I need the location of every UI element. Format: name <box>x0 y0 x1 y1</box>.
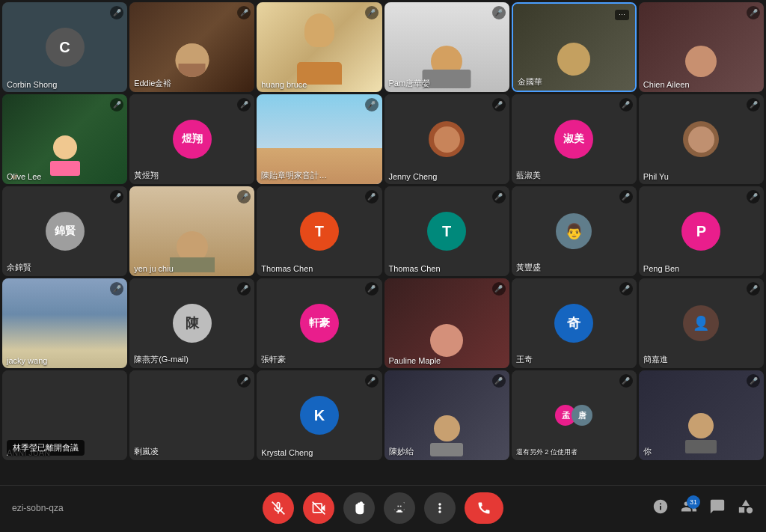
tile-eddie[interactable]: 🎤 Eddie金裕 <box>129 2 254 92</box>
tile-lai-lanling[interactable]: 🎤 剩嵐凌 <box>129 370 254 460</box>
participant-name: yen ju chiu <box>134 264 174 273</box>
present-button[interactable] <box>384 492 415 524</box>
tile-chen-miaoling[interactable]: 🎤 陳妙紿 <box>384 370 509 460</box>
mute-indicator: 🎤 <box>365 98 379 111</box>
participant-name: Olive Lee <box>7 172 41 181</box>
more-options-button[interactable] <box>424 492 456 524</box>
mute-indicator: 🎤 <box>747 190 760 204</box>
raise-hand-button[interactable] <box>343 492 375 524</box>
mute-indicator: 🎤 <box>747 374 760 388</box>
tile-zhang-xuanhao[interactable]: 軒豪 🎤 張軒豪 <box>257 278 382 368</box>
leave-notification: 林季瑩已離開會議 <box>7 440 85 456</box>
mute-indicator: 🎤 <box>492 374 506 388</box>
tile-chen-zhangming[interactable]: 🎤 陳貽章明家音計… <box>257 94 382 184</box>
mute-indicator: 🎤 <box>747 6 760 19</box>
tile-phil-yu[interactable]: 🎤 Phil Yu <box>639 94 764 184</box>
mute-indicator: 🎤 <box>747 98 760 111</box>
mute-indicator: 🎤 <box>365 282 379 296</box>
tile-thomas-chen-1[interactable]: T 🎤 Thomas Chen <box>257 186 382 276</box>
participant-name: 剩嵐凌 <box>134 446 159 457</box>
tile-anni-juan[interactable]: 林季瑩已離開會議 ANNI JUAN <box>2 370 127 460</box>
mute-indicator: 🎤 <box>619 374 633 388</box>
mute-indicator: 🎤 <box>365 374 379 388</box>
participant-name: huang bruce <box>261 80 307 89</box>
tile-wang-qi[interactable]: 奇 🎤 王奇 <box>512 278 637 368</box>
mute-indicator: 🎤 <box>619 282 633 296</box>
tile-pauline-maple[interactable]: 🎤 Pauline Maple <box>384 278 509 368</box>
tile-jian-jiajin[interactable]: 👤 🎤 簡嘉進 <box>639 278 764 368</box>
toolbar: ezi-sobn-qza <box>0 485 766 530</box>
participant-name: 金國華 <box>518 76 542 88</box>
tile-extra-users[interactable]: 孟 唐 🎤 還有另外 2 位使用者 <box>512 370 637 460</box>
participant-name: 黃豐盛 <box>516 262 541 273</box>
tile-jacky-wang[interactable]: 🎤 jacky wang <box>2 278 127 368</box>
participant-name: 張軒豪 <box>261 354 286 365</box>
video-grid: C 🎤 Corbin Shong 🎤 Eddie金裕 🎤 huang <box>0 0 766 485</box>
tile-yu-jingxian[interactable]: 錦賢 🎤 余錦賢 <box>2 186 127 276</box>
participant-name: Thomas Chen <box>261 264 313 273</box>
tile-thomas-chen-2[interactable]: T 🎤 Thomas Chen <box>384 186 509 276</box>
participant-name: Chien Aileen <box>643 80 690 89</box>
participant-name: 王奇 <box>516 354 533 365</box>
tile-peng-ben[interactable]: P 🎤 Peng Ben <box>639 186 764 276</box>
participant-name: 藍淑美 <box>516 170 541 181</box>
mute-indicator: 🎤 <box>365 190 379 204</box>
tile-chen-yanfang[interactable]: 陳 🎤 陳燕芳(G-mail) <box>129 278 254 368</box>
participant-name: 陳妙紿 <box>389 446 414 457</box>
participant-name: Pauline Maple <box>389 356 441 365</box>
people-count-badge: 31 <box>687 495 700 509</box>
toolbar-right-icons: 31 <box>652 498 754 518</box>
mute-indicator: 🎤 <box>492 190 506 204</box>
participant-name: Corbin Shong <box>7 80 57 89</box>
tile-olive-lee[interactable]: 🦋 🎤 Olive Lee <box>2 94 127 184</box>
participant-name: 陳貽章明家音計… <box>261 170 327 181</box>
mute-indicator: 🎤 <box>492 98 506 111</box>
tile-lan-shumei[interactable]: 淑美 🎤 藍淑美 <box>512 94 637 184</box>
tile-huang-yixiang[interactable]: 煜翔 🎤 黃煜翔 <box>129 94 254 184</box>
tile-corbin-shong[interactable]: C 🎤 Corbin Shong <box>2 2 127 92</box>
activities-button[interactable] <box>738 498 754 518</box>
svg-point-2 <box>747 507 753 513</box>
tile-jin-guohua[interactable]: ⋯ 金國華 <box>512 2 637 92</box>
tile-krystal-cheng[interactable]: K 🎤 Krystal Cheng <box>257 370 382 460</box>
tile-you[interactable]: 🎤 你 <box>639 370 764 460</box>
mute-button[interactable] <box>263 492 294 524</box>
chat-button[interactable] <box>709 498 726 518</box>
tile-pam[interactable]: 🎤 Pam唐華嫈 <box>384 2 509 92</box>
end-call-button[interactable] <box>465 492 503 524</box>
people-button[interactable]: 31 <box>681 498 697 518</box>
tile-yen-ju-chiu[interactable]: 🎤 yen ju chiu <box>129 186 254 276</box>
info-button[interactable] <box>652 498 669 518</box>
participant-name: Phil Yu <box>643 172 669 181</box>
tile-jenny-cheng[interactable]: 🎤 Jenny Cheng <box>384 94 509 184</box>
participant-name: 簡嘉進 <box>643 354 668 365</box>
mute-indicator: 🎤 <box>619 190 633 204</box>
participant-name: Pam唐華嫈 <box>389 78 431 89</box>
mute-indicator: 🎤 <box>492 282 506 296</box>
mute-indicator: 🎤 <box>747 282 760 296</box>
mute-indicator: 🎤 <box>492 6 506 19</box>
mute-indicator: 🎤 <box>365 6 379 19</box>
tile-chien-aileen[interactable]: 🎤 Chien Aileen <box>639 2 764 92</box>
mute-indicator: 🎤 <box>619 98 633 111</box>
participant-name: jacky wang <box>7 356 47 365</box>
tile-huang-bruce[interactable]: 🎤 huang bruce <box>257 2 382 92</box>
tile-huang-fengsheng[interactable]: 👨 🎤 黃豐盛 <box>512 186 637 276</box>
toolbar-controls <box>263 492 503 524</box>
participant-name: 陳燕芳(G-mail) <box>134 354 189 365</box>
participant-name: 還有另外 2 位使用者 <box>516 447 577 457</box>
participant-name: 黃煜翔 <box>134 170 159 181</box>
video-button[interactable] <box>303 492 334 524</box>
participant-name: Thomas Chen <box>389 264 441 273</box>
meeting-container: C 🎤 Corbin Shong 🎤 Eddie金裕 🎤 huang <box>0 0 766 532</box>
meeting-id-display: ezi-sobn-qza <box>12 503 64 513</box>
participant-name: Krystal Cheng <box>261 448 313 457</box>
participant-name: 余錦賢 <box>7 262 31 273</box>
participant-name: 你 <box>643 446 652 457</box>
participant-name: Eddie金裕 <box>134 78 171 89</box>
participant-name: Jenny Cheng <box>389 172 438 181</box>
participant-name: Peng Ben <box>643 264 679 273</box>
svg-rect-3 <box>739 507 744 512</box>
